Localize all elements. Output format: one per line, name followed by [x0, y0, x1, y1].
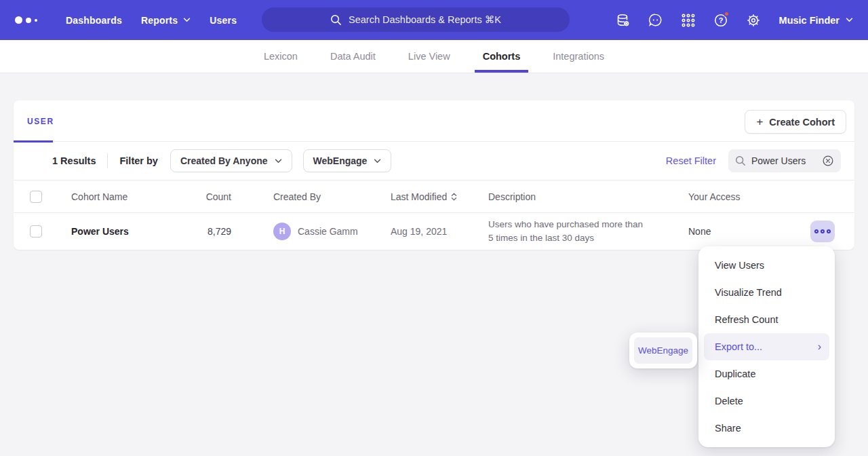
help-icon[interactable]: ? [705, 0, 737, 40]
submenu-chevron-right-icon: › [818, 341, 821, 352]
messages-icon[interactable] [639, 0, 672, 40]
filter-toolbar: 1 Results Filter by Created By Anyone We… [14, 142, 854, 180]
tab-integrations[interactable]: Integrations [536, 40, 620, 73]
menu-item-export-to[interactable]: Export to... › [704, 333, 829, 360]
notification-badge [724, 11, 730, 17]
row-more-options-button[interactable] [810, 221, 835, 242]
cohort-search-input[interactable]: Power Users [728, 149, 841, 172]
your-access-cell: None [661, 226, 776, 237]
cohort-name-cell[interactable]: Power Users [58, 226, 193, 237]
creator-name: Cassie Gamm [298, 226, 358, 237]
nav-item-dashboards[interactable]: Dashboards [56, 0, 132, 40]
tab-data-audit[interactable]: Data Audit [314, 40, 392, 73]
search-icon [735, 155, 746, 166]
chevron-down-icon [275, 159, 282, 164]
menu-item-delete[interactable]: Delete [704, 387, 829, 415]
select-all-checkbox[interactable] [30, 191, 42, 203]
sort-icon [451, 192, 457, 202]
submenu-item-webengage[interactable]: WebEngage [634, 337, 692, 364]
svg-text:?: ? [718, 16, 723, 24]
menu-item-view-users[interactable]: View Users [704, 252, 829, 279]
nav-item-reports[interactable]: Reports [132, 0, 200, 40]
cohort-type-tabs: USER + Create Cohort [14, 100, 854, 142]
settings-gear-icon[interactable] [737, 0, 770, 40]
search-icon [330, 14, 342, 26]
integration-filter-dropdown[interactable]: WebEngage [303, 149, 392, 172]
tab-user-cohorts[interactable]: USER [14, 100, 53, 142]
menu-item-refresh-count[interactable]: Refresh Count [704, 306, 829, 333]
reset-filter-link[interactable]: Reset Filter [666, 155, 716, 166]
chevron-down-icon [846, 18, 853, 22]
menu-item-share[interactable]: Share [704, 415, 829, 442]
divider [107, 153, 108, 168]
description-cell: Users who have purchased more than 5 tim… [475, 218, 661, 244]
tab-live-view[interactable]: Live View [392, 40, 467, 73]
cohort-count-cell: 8,729 [193, 226, 231, 237]
menu-item-visualize-trend[interactable]: Visualize Trend [704, 279, 829, 306]
plus-icon: + [756, 116, 763, 128]
account-name: Music Finder [779, 15, 840, 26]
export-submenu: WebEngage [629, 332, 697, 368]
cohorts-card: USER + Create Cohort 1 Results Filter by… [14, 100, 854, 250]
column-header-created-by[interactable]: Created By [231, 191, 377, 202]
account-switcher[interactable]: Music Finder [770, 0, 868, 40]
filter-by-label: Filter by [119, 155, 157, 166]
last-modified-cell: Aug 19, 2021 [377, 226, 475, 237]
cohort-context-menu: View Users Visualize Trend Refresh Count… [698, 246, 835, 447]
results-count: 1 Results [52, 155, 96, 166]
chevron-down-icon [374, 159, 381, 164]
created-by-filter-dropdown[interactable]: Created By Anyone [170, 149, 292, 172]
cohort-search-value: Power Users [751, 155, 816, 166]
tab-cohorts[interactable]: Cohorts [467, 40, 537, 73]
created-by-cell: H Cassie Gamm [231, 223, 377, 240]
column-header-count[interactable]: Count [193, 191, 231, 202]
chevron-down-icon [183, 18, 191, 22]
table-header-row: Cohort Name Count Created By Last Modifi… [14, 180, 854, 213]
global-search-placeholder: Search Dashboards & Reports ⌘K [349, 14, 501, 25]
data-management-icon[interactable] [607, 0, 639, 40]
create-cohort-button[interactable]: + Create Cohort [745, 110, 846, 134]
column-header-last-modified[interactable]: Last Modified [377, 191, 475, 202]
section-tabs: Lexicon Data Audit Live View Cohorts Int… [0, 40, 868, 73]
global-search-input[interactable]: Search Dashboards & Reports ⌘K [262, 7, 570, 32]
top-navbar: Dashboards Reports Users Search Dashboar… [0, 0, 868, 40]
nav-item-users[interactable]: Users [200, 0, 246, 40]
table-row[interactable]: Power Users 8,729 H Cassie Gamm Aug 19, … [14, 213, 854, 249]
clear-search-icon[interactable] [822, 155, 834, 167]
menu-item-duplicate[interactable]: Duplicate [704, 360, 829, 387]
column-header-description[interactable]: Description [475, 191, 661, 202]
row-checkbox[interactable] [30, 225, 42, 238]
tab-lexicon[interactable]: Lexicon [248, 40, 314, 73]
avatar: H [273, 223, 291, 240]
mixpanel-logo[interactable] [15, 16, 37, 24]
column-header-your-access[interactable]: Your Access [661, 191, 776, 202]
column-header-cohort-name[interactable]: Cohort Name [58, 191, 193, 202]
apps-grid-icon[interactable] [672, 0, 705, 40]
